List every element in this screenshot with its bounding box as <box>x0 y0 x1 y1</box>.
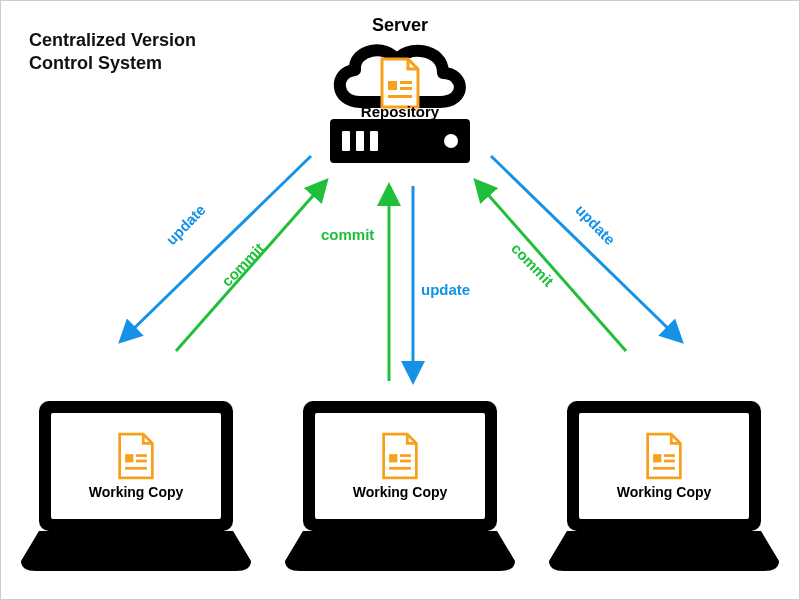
laptop-center: Working Copy <box>285 401 515 571</box>
laptop-base-icon <box>549 531 779 571</box>
svg-rect-13 <box>664 454 675 457</box>
svg-rect-6 <box>136 460 147 463</box>
label-update-left: update <box>162 201 208 248</box>
laptop-left: Working Copy <box>21 401 251 571</box>
svg-rect-10 <box>400 460 411 463</box>
doc-icon <box>644 432 684 480</box>
svg-rect-14 <box>664 460 675 463</box>
laptop-base-icon <box>21 531 251 571</box>
svg-rect-11 <box>389 467 411 470</box>
laptop-base-icon <box>285 531 515 571</box>
laptop-right: Working Copy <box>549 401 779 571</box>
svg-rect-0 <box>388 81 397 90</box>
diagram-title: Centralized Version Control System <box>29 29 249 74</box>
server-label: Server <box>372 15 428 36</box>
svg-rect-7 <box>125 467 147 470</box>
label-update-center: update <box>421 281 470 298</box>
svg-rect-9 <box>400 454 411 457</box>
doc-icon <box>380 432 420 480</box>
svg-rect-4 <box>125 454 133 462</box>
svg-rect-8 <box>389 454 397 462</box>
svg-rect-5 <box>136 454 147 457</box>
label-update-right: update <box>572 201 618 248</box>
label-commit-center: commit <box>321 226 374 243</box>
working-copy-label: Working Copy <box>353 484 448 500</box>
arrow-update-left <box>121 156 311 341</box>
label-commit-left: commit <box>218 239 267 289</box>
svg-rect-3 <box>388 95 412 98</box>
doc-icon <box>116 432 156 480</box>
svg-rect-1 <box>400 81 412 84</box>
server-rack-icon <box>330 119 470 163</box>
svg-rect-12 <box>653 454 661 462</box>
repository-doc-icon <box>378 57 422 109</box>
svg-rect-2 <box>400 87 412 90</box>
label-commit-right: commit <box>508 239 557 289</box>
svg-rect-15 <box>653 467 675 470</box>
repository-label: Repository <box>361 103 439 120</box>
arrow-commit-right <box>476 181 626 351</box>
working-copy-label: Working Copy <box>617 484 712 500</box>
diagram-stage: Centralized Version Control System Serve… <box>0 0 800 600</box>
working-copy-label: Working Copy <box>89 484 184 500</box>
